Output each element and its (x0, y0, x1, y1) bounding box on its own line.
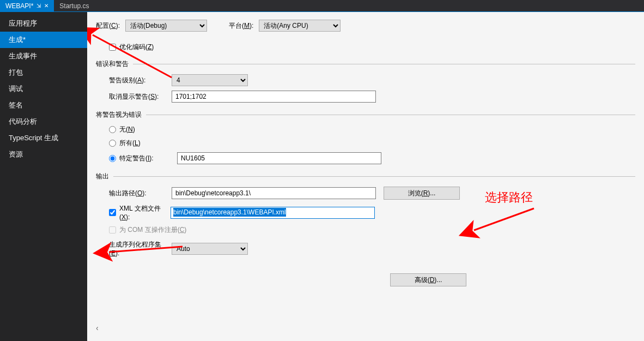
optimize-label: 优化编码(Z) (119, 43, 154, 52)
pin-icon[interactable]: ⇲ (37, 3, 41, 9)
config-select[interactable]: 活动(Debug) (125, 20, 207, 32)
suppress-input[interactable] (172, 91, 376, 103)
serial-select[interactable]: Auto (172, 243, 248, 255)
sidebar-item-code-analysis[interactable]: 代码分析 (0, 113, 87, 130)
document-tabs: WEBAPI* ⇲ ✕ Startup.cs (0, 0, 644, 12)
sidebar-item-build[interactable]: 生成* (0, 32, 87, 48)
tab-startup[interactable]: Startup.cs (54, 0, 94, 11)
divider (113, 176, 635, 177)
sidebar-item-label: 调试 (9, 85, 23, 93)
outpath-label: 输出路径(O): (109, 189, 172, 198)
sidebar-item-label: 打包 (9, 68, 23, 76)
warn-level-select[interactable]: 4 (172, 74, 248, 86)
tab-webapi[interactable]: WEBAPI* ⇲ ✕ (0, 0, 54, 11)
radio-specific-label: 特定警告(I): (119, 154, 174, 163)
section-output-title: 输出 (96, 172, 109, 181)
com-label: 为 COM 互操作注册(C) (119, 225, 186, 235)
xmldoc-checkbox[interactable] (109, 209, 116, 216)
browse-button[interactable]: 浏览(R)... (384, 187, 460, 200)
radio-none-label: 无(N) (119, 125, 135, 134)
advanced-button[interactable]: 高级(D)... (390, 273, 466, 286)
property-page: 配置(C): 活动(Debug) 平台(M): 活动(Any CPU) 优化编码… (87, 12, 644, 341)
sidebar-item-application[interactable]: 应用程序 (0, 15, 87, 32)
divider (146, 115, 635, 115)
config-label: 配置(C): (96, 21, 120, 31)
radio-all[interactable] (109, 140, 116, 147)
optimize-checkbox[interactable] (109, 44, 116, 51)
close-icon[interactable]: ✕ (44, 3, 48, 9)
specific-warnings-input[interactable] (177, 152, 381, 164)
sidebar-item-debug[interactable]: 调试 (0, 81, 87, 97)
sidebar-item-label: 代码分析 (9, 117, 37, 125)
xmldoc-label: XML 文档文件(X): (119, 204, 171, 221)
sidebar-item-label: TypeScript 生成 (9, 134, 58, 142)
sidebar-item-package[interactable]: 打包 (0, 64, 87, 81)
sidebar-item-typescript-build[interactable]: TypeScript 生成 (0, 130, 87, 146)
radio-none[interactable] (109, 126, 116, 133)
outpath-input[interactable] (172, 187, 376, 199)
property-nav: 应用程序 生成* 生成事件 打包 调试 签名 代码分析 TypeScript 生… (0, 12, 87, 341)
sidebar-item-label: 资源 (9, 150, 23, 158)
sidebar-item-resources[interactable]: 资源 (0, 146, 87, 163)
sidebar-item-signing[interactable]: 签名 (0, 97, 87, 113)
section-treat-title: 将警告视为错误 (96, 110, 142, 119)
suppress-label: 取消显示警告(S): (109, 92, 172, 101)
scroll-left-icon[interactable]: ‹ (96, 324, 99, 332)
xmldoc-input[interactable]: bin\Debug\netcoreapp3.1\WEBAPI.xml (171, 207, 375, 219)
sidebar-item-label: 应用程序 (9, 19, 37, 27)
tab-label: Startup.cs (59, 2, 89, 10)
platform-label: 平台(M): (229, 21, 253, 31)
radio-specific[interactable] (109, 155, 116, 162)
divider (133, 64, 635, 64)
serial-label: 生成序列化程序集(E): (109, 240, 172, 257)
sidebar-item-build-events[interactable]: 生成事件 (0, 48, 87, 64)
platform-select[interactable]: 活动(Any CPU) (259, 20, 341, 32)
sidebar-item-label: 生成事件 (9, 52, 37, 60)
sidebar-item-label: 生成* (9, 35, 26, 44)
com-checkbox (109, 226, 116, 234)
warn-level-label: 警告级别(A): (109, 76, 172, 85)
section-errors-title: 错误和警告 (96, 59, 129, 69)
radio-all-label: 所有(L) (119, 139, 141, 148)
sidebar-item-label: 签名 (9, 101, 23, 109)
tab-label: WEBAPI* (5, 2, 33, 10)
